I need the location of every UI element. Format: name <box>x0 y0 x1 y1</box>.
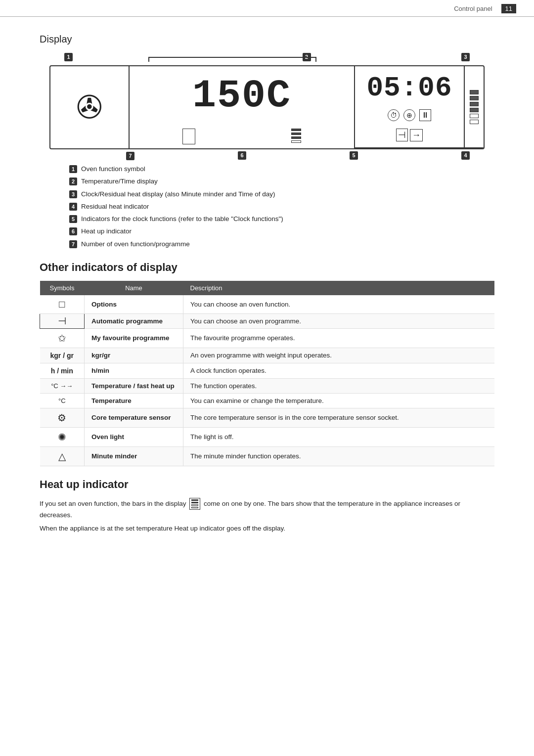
arrow-right: → <box>410 129 423 141</box>
legend-text-3: Clock/Residual heat display (also Minute… <box>81 189 275 199</box>
symbol-options: □ <box>40 295 85 314</box>
symbol-temp-fast: °C →→ <box>40 378 85 393</box>
legend-item-7: 7 Number of oven function/programme <box>69 239 494 249</box>
main-content: Display 1 2 3 ✇ <box>0 17 534 557</box>
legend-item-4: 4 Residual heat indicator <box>69 202 494 212</box>
heat-up-bars <box>291 129 301 144</box>
symbol-kgr: kgr / gr <box>40 348 85 363</box>
legend-item-3: 3 Clock/Residual heat display (also Minu… <box>69 189 494 199</box>
legend-item-2: 2 Temperature/Time display <box>69 177 494 186</box>
clock-arrows: ⊣ → <box>396 129 423 141</box>
arrow-left: ⊣ <box>396 129 408 141</box>
heat-up-icon-inline <box>189 498 200 510</box>
clock-display-area: 05:06 ⏱ ⊕ ⏸ ⊣ → <box>355 66 465 147</box>
symbol-core: ⚙ <box>40 408 85 427</box>
name-temp: Temperature <box>85 393 183 408</box>
symbol-minute: △ <box>40 446 85 466</box>
legend-item-5: 5 Indicators for the clock functions (re… <box>69 214 494 224</box>
table-header-row: Symbols Name Description <box>40 281 495 295</box>
badge-7-spacer: 7 <box>126 151 134 160</box>
legend-text-6: Heat up indicator <box>81 226 132 236</box>
clock-display: 05:06 <box>366 74 452 102</box>
res-bar-6 <box>470 120 479 124</box>
heat-bar-4 <box>291 140 301 143</box>
display-section: Display 1 2 3 ✇ <box>40 34 494 249</box>
inline-bar-empty-2 <box>191 507 198 508</box>
desc-core: The core temperature sensor is in the co… <box>183 408 495 427</box>
desc-minute: The minute minder function operates. <box>183 446 495 466</box>
fan-icon: ✇ <box>76 91 103 123</box>
col-description: Description <box>183 281 495 295</box>
legend-item-1: 1 Oven function symbol <box>69 164 494 174</box>
desc-temp: You can examine or change the temperatur… <box>183 393 495 408</box>
res-bar-3 <box>470 102 479 106</box>
legend-text-1: Oven function symbol <box>81 164 145 174</box>
col-symbols: Symbols <box>40 281 85 295</box>
table-row: ⚙ Core temperature sensor The core tempe… <box>40 408 495 427</box>
residual-bars <box>470 90 479 124</box>
res-bar-2 <box>470 96 479 100</box>
heat-up-text-before: If you set an oven function, the bars in… <box>40 499 186 507</box>
legend-badge-2: 2 <box>69 178 77 185</box>
symbol-hmin: h / min <box>40 363 85 378</box>
res-bar-5 <box>470 114 479 118</box>
bottom-badges-row: 7 6 5 4 <box>49 149 485 160</box>
heat-up-para-2: When the appliance is at the set tempera… <box>40 523 494 534</box>
badge-3: 3 <box>461 53 470 61</box>
other-indicators-section: Other indicators of display Symbols Name… <box>40 261 494 466</box>
temp-display: 150C <box>187 66 296 126</box>
name-fav: My favourite programme <box>85 328 183 348</box>
inline-bar-filled-2 <box>191 502 198 503</box>
desc-options: You can choose an oven function. <box>183 295 495 314</box>
fan-symbol-area: ✇ <box>50 66 130 148</box>
name-hmin: h/min <box>85 363 183 378</box>
center-bottom-indicators <box>130 126 354 148</box>
display-diagram-wrapper: 1 2 3 ✇ 150C <box>49 53 485 160</box>
clock-icon-3: ⏸ <box>419 109 431 121</box>
inline-bar-empty-1 <box>191 504 198 506</box>
prog-box <box>182 129 195 144</box>
heat-bar-2 <box>291 133 301 135</box>
badge-7: 7 <box>126 152 134 160</box>
diagram-inner: ✇ 150C <box>49 65 485 149</box>
name-light: Oven light <box>85 427 183 446</box>
clock-icon-2: ⊕ <box>403 109 415 121</box>
legend-badge-1: 1 <box>69 165 77 173</box>
name-core: Core temperature sensor <box>85 408 183 427</box>
legend-text-4: Residual heat indicator <box>81 202 149 212</box>
desc-light: The light is off. <box>183 427 495 446</box>
legend-text-5: Indicators for the clock functions (refe… <box>81 214 283 224</box>
name-auto: Automatic programme <box>85 313 183 328</box>
symbol-light: ✺ <box>40 427 85 446</box>
table-row: °C →→ Temperature / fast heat up The fun… <box>40 378 495 393</box>
bracket-line <box>148 57 316 58</box>
heat-bar-3 <box>291 136 301 139</box>
clock-area: 05:06 ⏱ ⊕ ⏸ ⊣ → <box>355 66 484 148</box>
symbol-temp: °C <box>40 393 85 408</box>
clock-icon-1: ⏱ <box>388 109 400 121</box>
legend-text-2: Temperature/Time display <box>81 177 158 186</box>
res-bar-4 <box>470 108 479 112</box>
legend-badge-3: 3 <box>69 190 77 198</box>
symbol-fav: ✩ <box>40 328 85 348</box>
table-row: □ Options You can choose an oven functio… <box>40 295 495 314</box>
table-row: ✩ My favourite programme The favourite p… <box>40 328 495 348</box>
heat-up-section: Heat up indicator If you set an oven fun… <box>40 478 494 534</box>
badge-6: 6 <box>238 151 246 160</box>
col-name: Name <box>85 281 183 295</box>
legend-badge-6: 6 <box>69 227 77 235</box>
display-title: Display <box>40 34 494 45</box>
legend-badge-7: 7 <box>69 240 77 248</box>
res-bar-1 <box>470 90 479 94</box>
badge-5: 5 <box>350 151 358 160</box>
badge-4: 4 <box>461 151 470 160</box>
symbol-auto: ⊣ <box>40 313 85 328</box>
desc-kgr: An oven programme with weight input oper… <box>183 348 495 363</box>
display-legend: 1 Oven function symbol 2 Temperature/Tim… <box>69 164 494 249</box>
top-badges-row: 1 2 3 <box>49 53 485 63</box>
badge-1: 1 <box>64 53 73 61</box>
table-row: ⊣ Automatic programme You can choose an … <box>40 313 495 328</box>
table-row: ✺ Oven light The light is off. <box>40 427 495 446</box>
desc-hmin: A clock function operates. <box>183 363 495 378</box>
name-options: Options <box>85 295 183 314</box>
